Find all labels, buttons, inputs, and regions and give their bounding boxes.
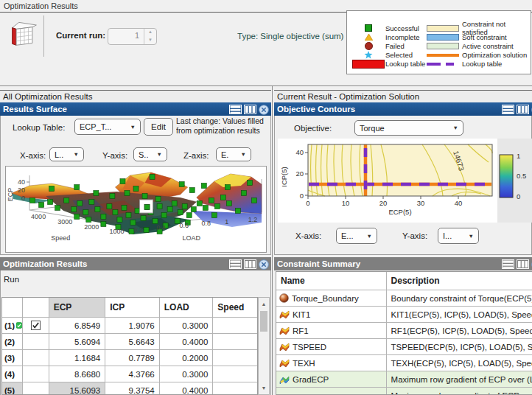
results-table-scrollbar[interactable]: ▲ ▼ — [258, 297, 270, 395]
svg-text:10: 10 — [342, 199, 350, 207]
results-table-header-row: ECP ICP LOAD Speed — [2, 298, 257, 318]
model-constraint-icon — [279, 326, 290, 335]
table-row[interactable]: (1) 6.8549 1.9076 0.3000 — [2, 318, 257, 334]
svg-text:0: 0 — [517, 192, 520, 200]
lookup-table-dropdown[interactable]: ECP_T...▼ — [74, 119, 141, 135]
gradient-constraint-icon — [279, 375, 290, 384]
constraint-table[interactable]: Name Description Torque_Boundary Boundar… — [276, 271, 532, 395]
surface-z-axis-label: ECP — [7, 188, 14, 201]
legend-item-lookup-table-fill: Lookup table — [351, 60, 436, 69]
y-axis-dropdown[interactable]: S..▼ — [133, 147, 167, 161]
lookup-table-label: Lookup Table: — [13, 123, 65, 132]
legend: Successful Incomplete Failed Selected Lo… — [346, 10, 531, 74]
objective-contour-plot[interactable]: 14673 0 10 20 30 40 ECP(5) 0 20 40 ICP(5… — [278, 139, 532, 223]
svg-text:2000: 2000 — [84, 223, 99, 231]
y-axis-label: Y-axis: — [102, 151, 127, 160]
layout-rows-icon[interactable] — [229, 105, 242, 114]
table-row[interactable]: (3) 1.1684 0.7789 0.2000 — [2, 350, 257, 366]
layout-rows-icon[interactable] — [502, 259, 514, 269]
run-accepted-icon — [16, 321, 22, 329]
lookup-table-cube-icon — [10, 17, 39, 48]
contour-x-axis-dropdown[interactable]: E...▼ — [336, 228, 377, 244]
contour-y-axis-dropdown-label: Y-axis: — [402, 231, 427, 240]
constraint-row[interactable]: KIT1 KIT1(ECP(5), ICP(5), LOAD(5), Speed… — [276, 307, 532, 323]
column-header-description[interactable]: Description — [387, 272, 532, 290]
constraint-summary-header[interactable]: Constraint Summary — [274, 257, 532, 270]
objective-dropdown[interactable]: Torque▼ — [354, 120, 463, 136]
svg-text:1.2: 1.2 — [248, 216, 258, 223]
results-surface-header[interactable]: Results Surface — [0, 102, 271, 116]
layout-columns-icon[interactable] — [244, 259, 256, 269]
optimization-results-window: Optimization Results Current run: 1 ▲▼ T… — [0, 0, 532, 395]
results-surface-body: Lookup Table: ECP_T...▼ Edit Last change… — [0, 116, 271, 255]
results-table[interactable]: ECP ICP LOAD Speed (1) 6.8549 1.9076 0.3… — [1, 297, 258, 395]
results-surface-plot[interactable]: 40 20 0 ECP 4000 3000 2000 1000 Speed 0.… — [5, 166, 267, 253]
run-label: Run — [4, 275, 19, 284]
surface-y-axis-label: Speed — [51, 234, 70, 242]
legend-item-successful: Successful — [351, 24, 436, 32]
contour-x-axis-label: ECP(5) — [388, 208, 411, 216]
objective-contours-header[interactable]: Objective Contours — [274, 102, 532, 116]
column-header-speed[interactable]: Speed — [213, 298, 257, 317]
constraint-row[interactable]: TSPEED TSPEED(ECP(5), ICP(5), LOAD(5), S… — [276, 339, 532, 355]
svg-text:20: 20 — [379, 199, 388, 207]
current-result-title: Current Result - Optimization Solution — [274, 90, 532, 102]
constraint-row[interactable]: Torque_Boundary Boundary constraint of T… — [276, 290, 532, 307]
x-axis-label: X-axis: — [20, 151, 46, 160]
current-run-spinner[interactable]: 1 ▲▼ — [108, 28, 157, 45]
scroll-down-icon[interactable]: ▼ — [259, 382, 268, 394]
panel-divider[interactable] — [272, 86, 273, 395]
svg-text:1: 1 — [517, 152, 520, 160]
spinner-down-icon[interactable]: ▼ — [144, 37, 156, 45]
contour-x-axis-dropdown-label: X-axis: — [295, 231, 321, 240]
svg-text:40: 40 — [455, 199, 463, 207]
legend-item-failed: Failed — [351, 41, 436, 50]
legend-item-lookup-table-line: Lookup table — [427, 60, 530, 69]
z-axis-dropdown[interactable]: E.▼ — [216, 147, 251, 161]
layout-columns-icon[interactable] — [517, 105, 529, 114]
model-constraint-icon — [279, 310, 290, 319]
close-icon[interactable] — [259, 105, 269, 115]
chevron-down-icon: ▼ — [74, 151, 79, 158]
spinner-up-icon[interactable]: ▲ — [144, 29, 156, 37]
layout-columns-icon[interactable] — [517, 259, 529, 269]
constraint-row-active[interactable]: GradECP Maximum row gradient of ECP over… — [276, 371, 532, 388]
current-run-label: Current run: — [56, 31, 105, 40]
svg-text:0: 0 — [300, 192, 304, 200]
optimization-results-table-header[interactable]: Optimization Results — [0, 257, 271, 270]
last-change-text: Last change: Values filled from optimiza… — [176, 116, 267, 143]
current-run-value: 1 — [108, 29, 144, 44]
legend-item-constraint-not-satisfied: Constraint not satisfied — [427, 24, 530, 32]
chevron-down-icon: ▼ — [130, 124, 136, 130]
column-header-icp[interactable]: ICP — [105, 298, 160, 317]
table-row[interactable]: (4) 8.6680 4.3766 0.3000 — [2, 366, 257, 382]
table-row[interactable]: (2) 5.6094 5.6643 0.4000 — [2, 334, 257, 350]
table-row[interactable]: (5) 15.6093 9.3754 0.4000 — [2, 382, 257, 395]
svg-text:40: 40 — [18, 178, 25, 186]
layout-columns-icon[interactable] — [244, 105, 256, 114]
model-constraint-icon — [279, 343, 290, 352]
contour-y-axis-dropdown[interactable]: I...▼ — [438, 228, 479, 244]
svg-text:0.5: 0.5 — [517, 172, 526, 180]
svg-text:20: 20 — [18, 186, 25, 194]
selected-run-marker[interactable] — [140, 200, 153, 213]
lookup-table-fill-icon — [351, 60, 385, 69]
layout-rows-icon[interactable] — [502, 105, 514, 114]
legend-marker-column: Successful Incomplete Failed Selected Lo… — [351, 24, 436, 69]
close-icon[interactable] — [259, 259, 269, 270]
optimization-type-text: Type: Single objective (sum) — [237, 32, 343, 41]
chevron-down-icon: ▼ — [469, 233, 474, 240]
scrollbar-thumb[interactable] — [260, 311, 267, 332]
column-header-ecp[interactable]: ECP — [49, 298, 106, 317]
constraint-row[interactable]: TEXH TEXH(ECP(5), ICP(5), LOAD(5), Speed… — [276, 355, 532, 371]
scroll-up-icon[interactable]: ▲ — [259, 298, 268, 310]
column-header-load[interactable]: LOAD — [160, 298, 214, 317]
column-header-name[interactable]: Name — [276, 272, 387, 290]
x-axis-dropdown[interactable]: L..▼ — [49, 147, 84, 161]
edit-button[interactable]: Edit — [144, 118, 173, 136]
accept-checkbox[interactable] — [31, 321, 41, 330]
spinner-arrows[interactable]: ▲▼ — [144, 29, 156, 44]
layout-rows-icon[interactable] — [229, 259, 242, 269]
constraint-row[interactable]: RF1 RF1(ECP(5), ICP(5), LOAD(5), Speed(5… — [276, 323, 532, 339]
constraint-row-active[interactable]: Maximum column gradient of ECP over (LOA… — [276, 388, 532, 395]
